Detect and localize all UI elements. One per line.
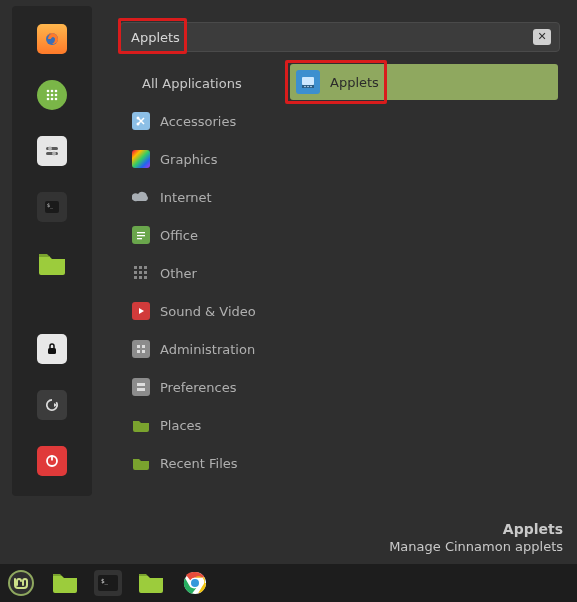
category-internet[interactable]: Internet: [128, 178, 260, 216]
taskbar-terminal[interactable]: $_: [94, 570, 122, 596]
svg-point-8: [51, 98, 54, 101]
svg-rect-37: [137, 383, 145, 386]
dots-grid-icon: [132, 264, 150, 282]
prefs-tile-icon: [132, 378, 150, 396]
svg-point-49: [191, 579, 199, 587]
category-label: Accessories: [160, 114, 236, 129]
search-field-wrap: ✕: [120, 22, 560, 52]
taskbar-files[interactable]: [50, 569, 80, 597]
svg-rect-25: [139, 266, 142, 269]
svg-rect-33: [137, 345, 140, 348]
category-label: Sound & Video: [160, 304, 256, 319]
svg-point-6: [55, 94, 58, 97]
search-input[interactable]: [131, 30, 533, 45]
svg-rect-32: [144, 276, 147, 279]
admin-grid-icon: [132, 340, 150, 358]
svg-point-4: [47, 94, 50, 97]
svg-point-13: [52, 152, 56, 156]
favorites-sidebar: $_: [12, 6, 92, 496]
svg-rect-28: [139, 271, 142, 274]
mint-menu-button[interactable]: [6, 569, 36, 597]
category-other[interactable]: Other: [128, 254, 260, 292]
svg-rect-29: [144, 271, 147, 274]
svg-rect-23: [137, 238, 142, 239]
category-label: Office: [160, 228, 198, 243]
search-results: Applets: [290, 64, 558, 100]
svg-rect-26: [144, 266, 147, 269]
svg-rect-36: [142, 350, 145, 353]
svg-rect-39: [302, 77, 314, 85]
svg-rect-38: [137, 388, 145, 391]
folder-icon: [132, 454, 150, 472]
svg-point-43: [310, 86, 312, 88]
selection-title: Applets: [389, 521, 563, 537]
result-applets[interactable]: Applets: [290, 64, 558, 100]
svg-point-44: [9, 571, 33, 595]
svg-point-41: [304, 86, 306, 88]
category-label: Graphics: [160, 152, 217, 167]
category-label: Places: [160, 418, 201, 433]
category-list: All Applications Accessories Graphics In…: [128, 64, 260, 482]
category-administration[interactable]: Administration: [128, 330, 260, 368]
category-label: Recent Files: [160, 456, 238, 471]
category-recent-files[interactable]: Recent Files: [128, 444, 260, 482]
svg-rect-34: [142, 345, 145, 348]
taskbar-files-2[interactable]: [136, 569, 166, 597]
svg-point-1: [47, 90, 50, 93]
play-triangle-icon: [132, 302, 150, 320]
clear-search-button[interactable]: ✕: [533, 29, 551, 45]
svg-point-3: [55, 90, 58, 93]
svg-rect-16: [48, 348, 56, 354]
category-office[interactable]: Office: [128, 216, 260, 254]
category-label: Administration: [160, 342, 255, 357]
dialpad-icon[interactable]: [37, 80, 67, 110]
svg-text:$_: $_: [101, 577, 109, 585]
firefox-icon[interactable]: [37, 24, 67, 54]
svg-point-5: [51, 94, 54, 97]
terminal-icon[interactable]: $_: [37, 192, 67, 222]
selection-subtitle: Manage Cinnamon applets: [389, 539, 563, 554]
category-label: Other: [160, 266, 197, 281]
taskbar-chrome[interactable]: [180, 569, 210, 597]
svg-rect-22: [137, 235, 145, 236]
sliders-icon[interactable]: [37, 136, 67, 166]
svg-point-19: [137, 123, 140, 126]
category-accessories[interactable]: Accessories: [128, 102, 260, 140]
rainbow-square-icon: [132, 150, 150, 168]
power-icon[interactable]: [37, 446, 67, 476]
svg-rect-31: [139, 276, 142, 279]
svg-rect-27: [134, 271, 137, 274]
cloud-icon: [132, 188, 150, 206]
category-all-applications[interactable]: All Applications: [128, 64, 260, 102]
svg-rect-24: [134, 266, 137, 269]
taskbar: $_: [0, 564, 577, 602]
svg-rect-30: [134, 276, 137, 279]
category-graphics[interactable]: Graphics: [128, 140, 260, 178]
doc-lines-icon: [132, 226, 150, 244]
category-label: Internet: [160, 190, 212, 205]
svg-point-12: [48, 147, 52, 151]
category-sound-video[interactable]: Sound & Video: [128, 292, 260, 330]
selection-description: Applets Manage Cinnamon applets: [389, 521, 563, 554]
svg-point-42: [307, 86, 309, 88]
scissors-icon: [132, 112, 150, 130]
folder-icon: [132, 416, 150, 434]
svg-text:$_: $_: [47, 202, 54, 209]
svg-point-9: [55, 98, 58, 101]
applets-icon: [296, 70, 320, 94]
logout-icon[interactable]: [37, 390, 67, 420]
svg-rect-35: [137, 350, 140, 353]
category-places[interactable]: Places: [128, 406, 260, 444]
folder-icon[interactable]: [37, 248, 67, 278]
svg-rect-18: [51, 456, 53, 461]
svg-point-7: [47, 98, 50, 101]
svg-rect-21: [137, 232, 145, 233]
svg-point-20: [137, 117, 140, 120]
result-label: Applets: [330, 75, 379, 90]
category-preferences[interactable]: Preferences: [128, 368, 260, 406]
svg-point-2: [51, 90, 54, 93]
category-label: Preferences: [160, 380, 236, 395]
category-label: All Applications: [142, 76, 242, 91]
lock-icon[interactable]: [37, 334, 67, 364]
